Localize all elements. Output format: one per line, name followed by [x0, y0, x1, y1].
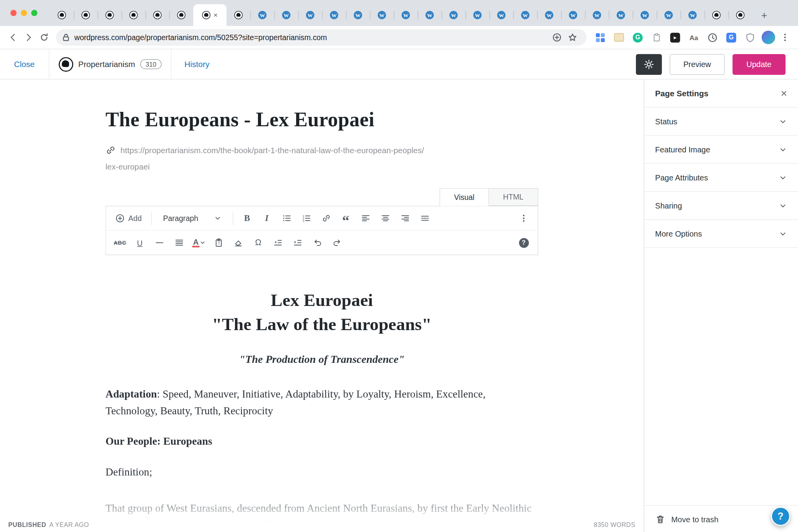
- close-editor-button[interactable]: Close: [0, 49, 49, 79]
- permalink[interactable]: https://propertarianism.com/the-book/par…: [106, 142, 538, 175]
- align-center-button[interactable]: [375, 209, 395, 227]
- zoom-window-button[interactable]: [31, 10, 37, 16]
- plus-circle-icon[interactable]: [549, 30, 565, 45]
- tab-visual[interactable]: Visual: [440, 188, 489, 206]
- tab-wordpress[interactable]: W: [322, 4, 346, 26]
- tab-propertarianism[interactable]: [122, 4, 145, 26]
- update-button[interactable]: Update: [732, 54, 785, 74]
- tab-wordpress[interactable]: W: [466, 4, 489, 26]
- forward-button[interactable]: [21, 30, 36, 45]
- tab-propertarianism[interactable]: [74, 4, 97, 26]
- tab-propertarianism[interactable]: [145, 4, 169, 26]
- grammarly-icon[interactable]: G: [632, 32, 643, 43]
- bulleted-list-button[interactable]: [277, 209, 297, 227]
- content-subheading[interactable]: "The Production of Transcendence": [106, 353, 538, 366]
- tab-wordpress[interactable]: W: [489, 4, 513, 26]
- outdent-button[interactable]: [268, 234, 288, 251]
- tab-html[interactable]: HTML: [489, 188, 538, 206]
- strikethrough-button[interactable]: ABC: [110, 234, 130, 251]
- tab-wordpress[interactable]: W: [251, 4, 274, 26]
- preview-button[interactable]: Preview: [670, 54, 724, 74]
- help-button[interactable]: ?: [771, 507, 790, 526]
- sidebar-section-more-options[interactable]: More Options: [644, 220, 798, 248]
- settings-gear-button[interactable]: [636, 54, 662, 74]
- reload-button[interactable]: [36, 30, 52, 45]
- special-character-button[interactable]: Ω: [248, 234, 268, 251]
- bold-button[interactable]: B: [237, 209, 257, 227]
- tab-propertarianism[interactable]: [98, 4, 122, 26]
- page-title-input[interactable]: The Europeans - Lex Europaei: [106, 108, 538, 131]
- add-media-button[interactable]: Add: [110, 209, 147, 227]
- tab-wordpress[interactable]: W: [585, 4, 609, 26]
- sidebar-section-status[interactable]: Status: [644, 108, 798, 136]
- tab-wordpress[interactable]: W: [513, 4, 537, 26]
- tab-wordpress[interactable]: W: [298, 4, 322, 26]
- shield-extension-icon[interactable]: [745, 32, 756, 43]
- more-tools-button[interactable]: [514, 209, 534, 227]
- tab-wordpress[interactable]: W: [633, 4, 657, 26]
- square-arrow-extension-icon[interactable]: ▸: [670, 32, 681, 43]
- tab-propertarianism[interactable]: [704, 4, 728, 26]
- editor-canvas[interactable]: Lex Europaei "The Law of the Europeans" …: [106, 288, 538, 532]
- tab-wordpress[interactable]: W: [418, 4, 441, 26]
- sidebar-section-featured-image[interactable]: Featured Image: [644, 136, 798, 164]
- clock-extension-icon[interactable]: [707, 32, 718, 43]
- profile-avatar[interactable]: [762, 31, 775, 44]
- tab-close-icon[interactable]: ×: [214, 11, 218, 19]
- sidebar-section-sharing[interactable]: Sharing: [644, 192, 798, 220]
- tab-wordpress[interactable]: W: [346, 4, 370, 26]
- tab-propertarianism[interactable]: [226, 4, 250, 26]
- content-heading[interactable]: Lex Europaei "The Law of the Europeans": [106, 288, 538, 336]
- sidebar-close-icon[interactable]: ×: [781, 88, 787, 99]
- active-tab[interactable]: ×: [193, 4, 226, 26]
- indent-button[interactable]: [288, 234, 308, 251]
- content-paragraph[interactable]: Definition;: [106, 464, 538, 481]
- close-window-button[interactable]: [11, 10, 17, 16]
- minimize-window-button[interactable]: [21, 10, 27, 16]
- italic-button[interactable]: I: [257, 209, 277, 227]
- align-left-button[interactable]: [356, 209, 376, 227]
- browser-menu-icon[interactable]: [777, 30, 793, 45]
- tab-wordpress[interactable]: W: [609, 4, 633, 26]
- undo-button[interactable]: [307, 234, 327, 251]
- keyboard-shortcuts-help-button[interactable]: ?: [514, 234, 534, 251]
- history-link[interactable]: History: [184, 60, 209, 69]
- grid-extension-icon[interactable]: [595, 32, 606, 43]
- redo-button[interactable]: [327, 234, 347, 251]
- insert-link-button[interactable]: [316, 209, 336, 227]
- justify-button[interactable]: [169, 234, 189, 251]
- sidebar-section-page-attributes[interactable]: Page Attributes: [644, 164, 798, 192]
- tab-wordpress[interactable]: W: [561, 4, 585, 26]
- tab-wordpress[interactable]: W: [657, 4, 680, 26]
- paragraph-style-select[interactable]: Paragraph: [156, 209, 228, 227]
- url-text[interactable]: wordpress.com/page/propertarianism.com/5…: [74, 33, 549, 41]
- numbered-list-button[interactable]: 123: [297, 209, 316, 227]
- align-right-button[interactable]: [395, 209, 415, 227]
- new-tab-button[interactable]: +: [756, 7, 772, 23]
- paste-as-text-button[interactable]: T: [209, 234, 229, 251]
- translate-extension-icon[interactable]: G: [726, 32, 737, 43]
- horizontal-rule-button[interactable]: [150, 234, 169, 251]
- text-color-button[interactable]: A: [189, 234, 209, 251]
- tab-wordpress[interactable]: W: [681, 4, 704, 26]
- tab-propertarianism[interactable]: [728, 4, 752, 26]
- clear-formatting-button[interactable]: [229, 234, 249, 251]
- tab-wordpress[interactable]: W: [537, 4, 561, 26]
- content-paragraph[interactable]: Adaptation: Speed, Maneuver, Initiative,…: [106, 385, 538, 419]
- clipboard-extension-icon[interactable]: [651, 32, 662, 43]
- bookmark-star-icon[interactable]: [565, 30, 580, 45]
- tab-wordpress[interactable]: W: [370, 4, 394, 26]
- back-button[interactable]: [5, 30, 21, 45]
- tab-wordpress[interactable]: W: [274, 4, 298, 26]
- tab-propertarianism[interactable]: [50, 4, 74, 26]
- address-bar[interactable]: wordpress.com/page/propertarianism.com/5…: [56, 29, 586, 46]
- blockquote-button[interactable]: “: [336, 209, 356, 227]
- font-size-extension-icon[interactable]: Aa: [689, 32, 699, 43]
- read-more-button[interactable]: [415, 209, 435, 227]
- notes-extension-icon[interactable]: [614, 32, 625, 43]
- tab-wordpress[interactable]: W: [394, 4, 418, 26]
- underline-button[interactable]: U: [130, 234, 150, 251]
- tab-propertarianism[interactable]: [169, 4, 193, 26]
- site-switcher[interactable]: Propertarianism 310: [49, 49, 171, 79]
- content-paragraph[interactable]: Our People: Europeans: [106, 433, 538, 450]
